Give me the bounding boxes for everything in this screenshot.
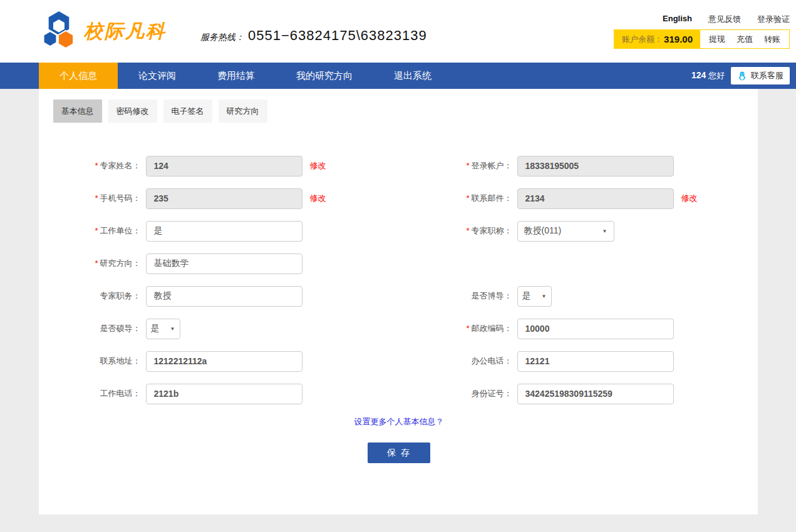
field-id-number: 身份证号： [398, 383, 743, 404]
subtabs: 基本信息 密码修改 电子签名 研究方向 [53, 100, 758, 123]
page-header: 校际凡科 服务热线： 0551−63824175\63823139 Englis… [0, 0, 796, 63]
expert-position-input[interactable] [146, 286, 302, 307]
field-label: 联系地址： [100, 356, 141, 366]
field-login-account: *登录帐户： [398, 155, 743, 176]
research-direction-input[interactable] [146, 253, 302, 274]
qq-icon [737, 71, 747, 81]
field-master-supervisor: 是否硕导： 是 ▼ [53, 318, 398, 339]
field-label: 工作单位： [100, 226, 141, 235]
expert-name-input[interactable] [146, 156, 302, 176]
required-marker: * [95, 258, 98, 268]
withdraw-link[interactable]: 提现 [709, 34, 725, 45]
transfer-link[interactable]: 转账 [764, 34, 780, 45]
nav-tab-personal-info[interactable]: 个人信息 [39, 63, 118, 89]
contact-address-input[interactable] [146, 351, 302, 372]
work-unit-input[interactable] [146, 221, 302, 242]
form-row: *工作单位： *专家职称： 教授(011) ▼ [53, 220, 758, 242]
postal-code-input[interactable] [517, 319, 674, 339]
nav-tab-fee-settlement[interactable]: 费用结算 [197, 63, 276, 89]
basic-info-form: *专家姓名： 修改 *登录帐户： *手机号码： 修改 *联系邮件： 修改 [53, 155, 758, 463]
field-mobile-number: *手机号码： 修改 [53, 188, 398, 209]
link-english[interactable]: English [663, 14, 692, 25]
field-doctoral-supervisor: 是否博导： 是 ▼ [398, 285, 743, 307]
nav-tab-logout[interactable]: 退出系统 [373, 63, 452, 89]
form-row: *专家姓名： 修改 *登录帐户： [53, 155, 758, 176]
hotline-number: 0551−63824175\63823139 [248, 28, 427, 44]
form-row: *手机号码： 修改 *联系邮件： 修改 [53, 188, 758, 209]
field-label: 身份证号： [472, 389, 512, 398]
empty-cell [398, 253, 743, 274]
field-work-unit: *工作单位： [53, 220, 398, 242]
brand-name: 校际凡科 [84, 19, 167, 44]
required-marker: * [95, 193, 98, 203]
selected-value: 是 [151, 323, 160, 334]
modify-email-link[interactable]: 修改 [681, 193, 698, 204]
login-account-input[interactable] [517, 156, 674, 176]
form-row: 联系地址： 办公电话： [53, 350, 758, 372]
selected-value: 是 [522, 290, 531, 302]
nav-tab-paper-review[interactable]: 论文评阅 [118, 63, 197, 89]
field-label: 专家职务： [100, 291, 141, 300]
subtab-basic-info[interactable]: 基本信息 [53, 100, 102, 123]
field-contact-email: *联系邮件： 修改 [398, 188, 743, 209]
field-label: 手机号码： [100, 193, 141, 203]
office-phone-input[interactable] [517, 351, 674, 372]
field-label: 专家姓名： [100, 161, 141, 170]
field-label: 是否硕导： [100, 324, 141, 333]
master-supervisor-select[interactable]: 是 ▼ [146, 319, 180, 339]
expert-title-select[interactable]: 教授(011) ▼ [517, 221, 614, 242]
balance-actions: 提现 充值 转账 [700, 30, 789, 48]
nav-tab-my-research[interactable]: 我的研究方向 [276, 63, 373, 89]
brand-logo-icon [39, 9, 79, 53]
greeting-text: 您好 [708, 71, 725, 80]
field-office-phone: 办公电话： [398, 350, 743, 372]
required-marker: * [95, 226, 98, 235]
save-button[interactable]: 保 存 [368, 442, 430, 463]
link-login-verify[interactable]: 登录验证 [757, 14, 790, 25]
selected-value: 教授(011) [524, 225, 562, 237]
field-contact-address: 联系地址： [53, 350, 398, 372]
field-work-phone: 工作电话： [53, 383, 398, 404]
doctoral-supervisor-select[interactable]: 是 ▼ [517, 286, 552, 307]
field-label: 是否博导： [472, 291, 512, 300]
field-label: 研究方向： [100, 258, 141, 268]
contact-service-label: 联系客服 [751, 70, 783, 81]
form-row: 工作电话： 身份证号： [53, 383, 758, 404]
dropdown-arrow-icon: ▼ [602, 228, 607, 234]
field-expert-name: *专家姓名： 修改 [53, 155, 398, 176]
account-balance-box: 账户余额： 319.00 提现 充值 转账 [614, 29, 790, 49]
more-info-link[interactable]: 设置更多个人基本信息？ [354, 417, 444, 426]
required-marker: * [466, 161, 469, 170]
required-marker: * [466, 226, 469, 235]
nav-right: 124 您好 联系客服 [691, 63, 790, 89]
balance-value: 319.00 [664, 34, 693, 44]
field-label: 联系邮件： [472, 193, 512, 203]
top-links: English 意见反馈 登录验证 [663, 14, 790, 25]
modify-name-link[interactable]: 修改 [310, 160, 326, 171]
link-feedback[interactable]: 意见反馈 [708, 14, 741, 25]
modify-mobile-link[interactable]: 修改 [310, 193, 326, 204]
subtab-research-direction[interactable]: 研究方向 [219, 100, 267, 123]
main-panel: 基本信息 密码修改 电子签名 研究方向 *专家姓名： 修改 *登录帐户： *手机… [39, 89, 758, 514]
dropdown-arrow-icon: ▼ [542, 294, 547, 299]
field-postal-code: *邮政编码： [398, 318, 743, 339]
id-number-input[interactable] [517, 384, 674, 404]
main-nav: 个人信息 论文评阅 费用结算 我的研究方向 退出系统 124 您好 联系客服 [0, 63, 796, 89]
save-wrap: 保 存 [53, 442, 745, 463]
subtab-password-change[interactable]: 密码修改 [108, 100, 157, 123]
more-link-wrap: 设置更多个人基本信息？ [53, 416, 745, 427]
contact-email-input[interactable] [517, 188, 674, 209]
required-marker: * [466, 193, 469, 203]
subtab-e-signature[interactable]: 电子签名 [163, 100, 212, 123]
username: 124 [691, 70, 706, 80]
field-label: 登录帐户： [472, 161, 512, 170]
required-marker: * [95, 161, 98, 170]
field-label: 工作电话： [100, 389, 141, 398]
field-expert-title: *专家职称： 教授(011) ▼ [398, 220, 743, 242]
field-expert-position: 专家职务： [53, 285, 398, 307]
mobile-number-input[interactable] [146, 188, 302, 209]
service-hotline: 服务热线： 0551−63824175\63823139 [200, 28, 427, 44]
contact-service-button[interactable]: 联系客服 [731, 67, 790, 84]
work-phone-input[interactable] [146, 384, 302, 404]
recharge-link[interactable]: 充值 [737, 34, 753, 45]
